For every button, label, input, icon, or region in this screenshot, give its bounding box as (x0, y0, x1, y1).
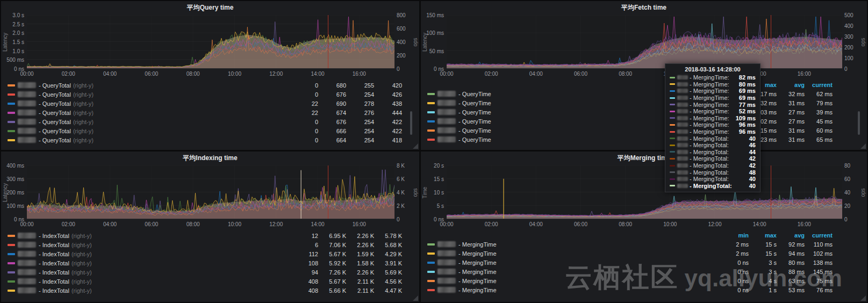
legend-series-alias[interactable]: - MergingTime (458, 250, 497, 257)
panel-indexing-time: 平均Indexing time Latency 0 ns100 ms200 ms… (1, 152, 419, 302)
legend-stat-value: 27 ms (777, 109, 805, 116)
legend-series-alias[interactable]: - QueryTime (458, 109, 491, 116)
legend-sort-header[interactable]: avg (777, 232, 805, 239)
legend-scrollbar[interactable] (858, 111, 860, 135)
legend-series-alias[interactable]: - QueryTotal (39, 91, 71, 98)
y-tick-label-right: 200 (844, 45, 853, 50)
legend-sort-header[interactable]: max (749, 232, 777, 239)
panel-resize-handle[interactable] (860, 295, 866, 301)
series-color-icon (670, 117, 675, 119)
series-color-icon[interactable] (8, 253, 15, 255)
series-color-icon[interactable] (8, 235, 15, 237)
legend-series-alias[interactable]: - MergingTime (458, 241, 497, 248)
y-tick-label-right: 0 (397, 66, 400, 72)
x-tick-label: 04:00 (103, 221, 117, 227)
legend-series-alias[interactable]: - MergingTime (458, 287, 497, 293)
plot-region[interactable] (447, 15, 842, 69)
legend-stat-value: 3 s (749, 269, 777, 275)
legend-series-alias[interactable]: - QueryTime (458, 127, 491, 134)
series-color-icon[interactable] (427, 120, 435, 122)
series-color-icon[interactable] (8, 130, 15, 132)
series-color-icon[interactable] (427, 280, 435, 282)
panel-title[interactable]: 平均Merging time (421, 152, 867, 164)
series-color-icon[interactable] (8, 280, 15, 283)
legend-sort-header[interactable]: avg (777, 82, 805, 88)
series-color-icon[interactable] (8, 262, 15, 264)
legend-series-alias[interactable]: - QueryTotal (39, 137, 71, 143)
tooltip-series-row: - MergingTime:96 ms (670, 121, 756, 128)
series-color-icon[interactable] (427, 129, 435, 132)
series-color-icon[interactable] (427, 262, 435, 264)
panel-title[interactable]: 平均Indexing time (1, 152, 419, 164)
plot-region[interactable] (27, 15, 394, 69)
legend-series-alias[interactable]: - IndexTotal (39, 233, 69, 239)
series-color-icon[interactable] (8, 271, 15, 273)
legend-series-alias[interactable]: - IndexTotal (39, 251, 69, 257)
series-color-icon[interactable] (8, 112, 15, 114)
legend-series-alias[interactable]: - IndexTotal (39, 242, 69, 248)
series-color-icon (670, 124, 675, 126)
series-color-icon[interactable] (8, 103, 15, 105)
plot-region[interactable] (447, 165, 842, 219)
legend-series-alias[interactable]: - QueryTime (458, 91, 491, 97)
series-color-icon[interactable] (8, 290, 15, 292)
series-color-icon (670, 178, 675, 180)
legend-series-alias[interactable]: - QueryTime (458, 136, 491, 143)
legend-sort-header[interactable]: min (721, 232, 749, 239)
legend-series-alias[interactable]: - IndexTotal (39, 287, 69, 294)
series-color-icon[interactable] (427, 102, 435, 104)
tooltip-series-value: 40 (749, 135, 756, 142)
legend-series-alias[interactable]: - MergingTime (458, 259, 497, 266)
series-color-icon[interactable] (427, 111, 435, 113)
legend-series-alias[interactable]: - QueryTime (458, 118, 491, 125)
series-color-icon[interactable] (427, 289, 435, 291)
panel-resize-handle[interactable] (413, 143, 418, 149)
legend-series-alias[interactable]: - QueryTotal (39, 128, 71, 134)
legend-series-alias[interactable]: - QueryTotal (39, 82, 71, 89)
panel-resize-handle[interactable] (413, 295, 418, 301)
panel-title[interactable]: 平均Fetch time (421, 1, 867, 14)
series-color-icon[interactable] (8, 121, 15, 123)
legend-stat-value: 60 ms (805, 127, 833, 134)
x-tick-label: 16:00 (353, 71, 366, 77)
series-color-icon[interactable] (8, 84, 15, 86)
legend-stat-value: 5.69 K (374, 269, 402, 276)
x-tick-label: 10:00 (228, 71, 241, 77)
series-color-icon[interactable] (427, 252, 435, 255)
y-tick-label-right: 600 (397, 26, 406, 32)
series-color-icon[interactable] (427, 139, 435, 141)
legend-stat-value: 88 ms (777, 269, 805, 275)
legend-scrollbar[interactable] (410, 111, 412, 135)
legend-sort-header[interactable]: current (805, 232, 833, 239)
series-color-icon[interactable] (8, 139, 15, 141)
legend-series-alias[interactable]: - MergingTime (458, 278, 497, 284)
panel-title[interactable]: 平均Query time (1, 1, 419, 14)
tooltip-series-label: - MergingTime: (690, 81, 729, 88)
tooltip-series-row: - MergingTotal:42 (670, 155, 756, 162)
series-color-icon[interactable] (427, 243, 435, 246)
plot-region[interactable] (27, 165, 394, 219)
legend-stat-value: 27 ms (777, 118, 805, 125)
legend-series-alias[interactable]: - QueryTotal (39, 110, 71, 116)
panel-resize-handle[interactable] (860, 143, 866, 149)
legend-series-alias[interactable]: - IndexTotal (39, 260, 69, 266)
legend-stat-value: 4.47 K (374, 287, 402, 294)
series-color-icon[interactable] (8, 93, 15, 96)
x-tick-label: 02:00 (62, 71, 75, 77)
legend-series-alias[interactable]: - IndexTotal (39, 278, 69, 285)
tooltip-series-value: 69 ms (739, 88, 756, 94)
series-color-icon[interactable] (8, 244, 15, 246)
legend-axis-suffix: (right-y) (71, 287, 92, 294)
legend-series-alias[interactable]: - QueryTotal (39, 100, 71, 107)
legend-stat-value: 4.29 K (374, 251, 402, 257)
legend-stat-value: 666 (318, 128, 346, 134)
y-tick-label-right: 60 (844, 176, 850, 182)
series-color-icon[interactable] (427, 93, 435, 95)
legend-series-alias[interactable]: - QueryTotal (39, 119, 71, 125)
legend-stat-value: 676 (318, 91, 346, 98)
legend-sort-header[interactable]: current (805, 82, 833, 88)
legend-series-alias[interactable]: - QueryTime (458, 100, 491, 106)
legend-series-alias[interactable]: - IndexTotal (39, 269, 69, 276)
series-color-icon[interactable] (427, 271, 435, 273)
legend-series-alias[interactable]: - MergingTime (458, 269, 497, 275)
